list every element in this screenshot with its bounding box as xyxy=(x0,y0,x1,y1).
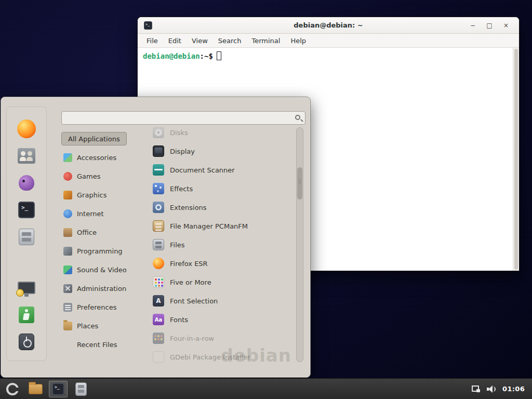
category-programming[interactable]: Programming xyxy=(61,242,147,260)
app-five-or-more[interactable]: Five or More xyxy=(148,273,296,291)
app-font-selection[interactable]: Font Selection xyxy=(148,291,296,310)
category-accessories[interactable]: Accessories xyxy=(61,148,147,167)
folder-icon xyxy=(29,384,43,394)
menu-view[interactable]: View xyxy=(187,35,212,46)
app-gdebi[interactable]: GDebi Package Installer xyxy=(148,348,296,366)
app-four-in-a-row[interactable]: Four-in-a-row xyxy=(148,329,296,348)
category-label: Graphics xyxy=(77,191,107,199)
app-label: Display xyxy=(170,148,195,155)
clock[interactable]: 01:06 xyxy=(502,385,525,393)
lock-screen-button[interactable] xyxy=(16,277,37,298)
preferences-icon xyxy=(63,303,72,312)
category-label: Places xyxy=(77,322,98,330)
app-effects[interactable]: Effects xyxy=(148,179,296,198)
category-administration[interactable]: Administration xyxy=(61,279,147,298)
search-icon xyxy=(295,115,300,120)
category-label: Preferences xyxy=(77,303,116,311)
app-extensions[interactable]: Extensions xyxy=(148,198,296,217)
app-firefox-esr[interactable]: Firefox ESR xyxy=(148,254,296,273)
menu-edit[interactable]: Edit xyxy=(164,35,186,46)
terminal-scrollbar-thumb[interactable] xyxy=(514,49,518,270)
app-document-scanner[interactable]: Document Scanner xyxy=(148,161,296,179)
category-all-applications[interactable]: All Applications xyxy=(61,129,147,148)
network-icon[interactable] xyxy=(471,385,480,393)
app-file-manager-pcmanfm[interactable]: File Manager PCManFM xyxy=(148,217,296,235)
terminal-icon xyxy=(52,383,64,395)
favorite-chat[interactable] xyxy=(16,172,37,193)
app-label: Firefox ESR xyxy=(170,260,208,268)
search-input[interactable] xyxy=(62,112,305,124)
category-preferences[interactable]: Preferences xyxy=(61,298,147,316)
category-label: Internet xyxy=(77,210,104,218)
volume-icon[interactable] xyxy=(487,385,496,393)
sound-video-icon xyxy=(63,265,72,274)
app-label: Five or More xyxy=(170,278,211,286)
games-icon xyxy=(63,172,72,181)
favorite-files[interactable] xyxy=(16,227,37,247)
apps-scrollbar[interactable] xyxy=(296,127,303,362)
app-display[interactable]: Display xyxy=(148,142,296,161)
menu-terminal[interactable]: Terminal xyxy=(247,35,285,46)
terminal-titlebar[interactable]: debian@debian: ~ − □ × xyxy=(138,17,519,34)
menu-help[interactable]: Help xyxy=(286,35,311,46)
administration-icon xyxy=(63,284,72,293)
category-label: Office xyxy=(77,229,97,236)
app-label: File Manager PCManFM xyxy=(170,222,248,230)
terminal-scrollbar[interactable] xyxy=(513,48,519,271)
terminal-taskbar-button[interactable] xyxy=(49,381,68,397)
internet-globe-icon xyxy=(63,209,72,218)
app-label: Document Scanner xyxy=(170,166,235,174)
desktop[interactable]: debian@debian: ~ − □ × File Edit View Se… xyxy=(0,0,532,399)
app-disks[interactable]: Disks xyxy=(148,123,296,142)
application-list: Disks Display Document Scanner Effects E… xyxy=(148,123,296,368)
favorite-users[interactable] xyxy=(16,145,37,166)
menu-file[interactable]: File xyxy=(142,35,163,46)
app-files[interactable]: Files xyxy=(148,235,296,254)
display-icon xyxy=(153,145,164,157)
window-buttons: − □ × xyxy=(468,21,519,30)
four-in-a-row-icon xyxy=(153,332,164,344)
shutdown-button[interactable] xyxy=(16,331,37,352)
favorite-terminal[interactable] xyxy=(16,200,37,220)
category-office[interactable]: Office xyxy=(61,223,147,242)
prompt-suffix: :~$ xyxy=(200,52,213,60)
category-places[interactable]: Places xyxy=(61,316,147,335)
recent-files-icon xyxy=(63,340,72,349)
effects-icon xyxy=(153,183,164,194)
category-internet[interactable]: Internet xyxy=(61,204,147,223)
favorite-firefox[interactable] xyxy=(16,118,37,139)
logout-button[interactable] xyxy=(16,304,37,325)
maximize-button[interactable]: □ xyxy=(485,21,494,30)
programming-icon xyxy=(63,247,72,256)
category-games[interactable]: Games xyxy=(61,167,147,185)
app-label: Files xyxy=(170,241,185,249)
pcmanfm-icon xyxy=(153,220,164,232)
category-graphics[interactable]: Graphics xyxy=(61,185,147,204)
close-button[interactable]: × xyxy=(501,21,511,30)
volume-wave xyxy=(493,387,496,392)
menu-search[interactable]: Search xyxy=(214,35,246,46)
files-launcher[interactable] xyxy=(72,381,90,397)
taskbar-panel: 01:06 xyxy=(0,378,532,399)
category-label: Administration xyxy=(77,285,126,292)
screensaver-lock-icon xyxy=(18,282,35,294)
window-title: debian@debian: ~ xyxy=(138,21,519,29)
menu-button[interactable] xyxy=(3,380,22,398)
minimize-button[interactable]: − xyxy=(468,21,477,30)
app-label: Font Selection xyxy=(170,297,218,305)
terminal-icon xyxy=(18,202,35,218)
category-sound-video[interactable]: Sound & Video xyxy=(61,260,147,279)
apps-scrollbar-thumb[interactable] xyxy=(297,167,302,200)
category-label: Games xyxy=(77,172,100,180)
fonts-icon xyxy=(153,314,164,325)
category-recent-files[interactable]: Recent Files xyxy=(61,335,147,354)
app-label: Extensions xyxy=(170,204,207,211)
file-manager-launcher[interactable] xyxy=(26,381,45,397)
app-fonts[interactable]: Fonts xyxy=(148,310,296,329)
files-icon xyxy=(153,239,164,250)
system-tray: 01:06 xyxy=(471,385,529,393)
favorites-sidebar xyxy=(6,107,47,361)
file-cabinet-icon xyxy=(75,382,87,396)
scanner-icon xyxy=(153,164,164,176)
office-icon xyxy=(63,228,72,237)
